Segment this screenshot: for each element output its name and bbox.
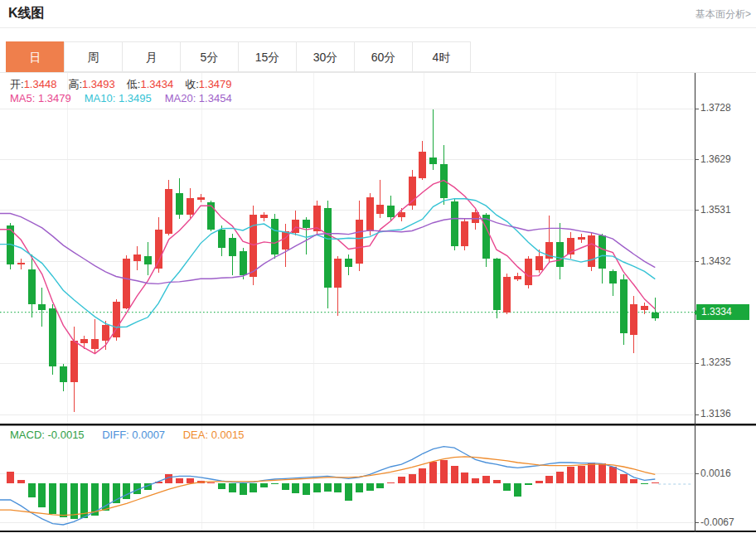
ohlc-item-value: 1.3434 <box>140 78 173 90</box>
ohlc-legend: 开:1.3448高:1.3493低:1.3434收:1.3479 <box>10 77 244 92</box>
ohlc-item: 高:1.3493 <box>68 78 114 90</box>
ohlc-item: 低:1.3434 <box>127 78 173 90</box>
ohlc-item: 收:1.3479 <box>185 78 231 90</box>
ohlc-item-label: 开: <box>10 78 24 90</box>
ma-legend-item: MA10: 1.3495 <box>85 92 152 104</box>
ohlc-item-label: 低: <box>127 78 141 90</box>
ma-legend-item: MA5: 1.3479 <box>10 92 71 104</box>
price-axis-label: 1.3728 <box>700 102 731 114</box>
ohlc-item-value: 1.3448 <box>24 78 57 90</box>
ohlc-item-value: 1.3493 <box>82 78 115 90</box>
macd-axis-label: -0.0067 <box>700 516 734 528</box>
ma-legend: MA5: 1.3479MA10: 1.3495MA20: 1.3454 <box>10 92 245 104</box>
kline-page: K线图 基本面分析> 日周月5分15分30分60分4时 开:1.3448高:1.… <box>0 0 756 538</box>
diff-value-label: DIFF: 0.0007 <box>102 429 165 441</box>
bottom-frame <box>0 531 756 532</box>
panel-separator <box>0 424 756 426</box>
grid-lines <box>0 73 695 531</box>
ohlc-item-label: 收: <box>185 78 199 90</box>
price-axis-label: 1.3136 <box>700 408 731 419</box>
ohlc-item-label: 高: <box>68 78 82 90</box>
price-axis-label: 1.3531 <box>700 204 731 216</box>
macd-axis-label: 0.0016 <box>700 468 731 479</box>
macd-value-label: MACD: -0.0015 <box>10 429 85 441</box>
price-axis-label: 1.3235 <box>700 356 731 368</box>
candles-group <box>7 109 659 412</box>
ma-legend-item: MA20: 1.3454 <box>165 92 232 104</box>
dea-value-label: DEA: 0.0015 <box>183 429 245 441</box>
ohlc-item-value: 1.3479 <box>199 78 232 90</box>
price-axis-label: 1.3432 <box>700 255 731 267</box>
macd-legend: MACD: -0.0015 DIFF: 0.0007 DEA: 0.0015 <box>10 429 259 441</box>
price-axis-label: 1.3629 <box>700 153 731 165</box>
current-price-badge: 1.3334 <box>696 304 749 320</box>
ohlc-item: 开:1.3448 <box>10 78 56 90</box>
